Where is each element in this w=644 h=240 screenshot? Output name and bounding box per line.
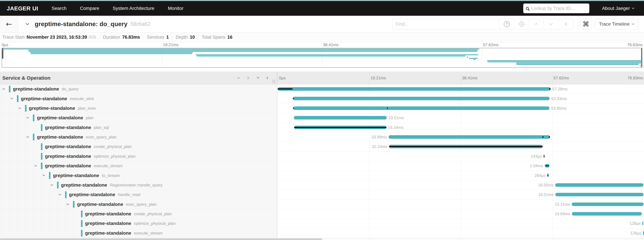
trace-minimap[interactable] [2,48,642,68]
expand-all-icon[interactable] [265,76,270,80]
span-name[interactable]: greptime-standaloneoptimize_physical_pla… [45,152,136,161]
span-service-name: greptime-standalone [45,144,91,149]
critical-path-segment [293,98,294,99]
span-row[interactable]: greptime-standaloneto_stream264μs [0,171,644,180]
find-clear-button[interactable]: × [558,19,573,29]
span-row[interactable]: greptime-standalonehandle_read18.51ms [0,190,644,200]
find-input[interactable] [392,19,499,29]
span-bar[interactable] [642,222,643,225]
span-bar[interactable] [294,116,387,120]
tree-guide-line [10,190,10,199]
span-duration-label: 143μs [531,152,542,161]
span-row[interactable]: greptime-standaloneexec_query_plan33.89m… [0,132,644,142]
nav-item-system-architecture[interactable]: System Architecture [113,6,154,11]
tree-guide-line [74,219,74,228]
nav-item-monitor[interactable]: Monitor [168,6,184,11]
help-icon: ? [504,21,510,27]
span-bar[interactable] [555,183,644,187]
span-name[interactable]: greptime-standaloneexec_query_plan [77,200,156,209]
span-name[interactable]: greptime-standaloneexecute_stmt [21,94,94,103]
minimap-right-scrubber[interactable] [641,48,642,67]
span-row[interactable]: greptime-standaloneexecute_stmt53.93ms [0,94,644,104]
collapse-all-icon[interactable] [236,76,241,80]
expand-chevron-icon[interactable] [51,183,53,186]
span-bar[interactable] [388,135,550,139]
span-row[interactable]: greptime-standaloneRegionInvoker::handle… [0,180,644,190]
span-bar[interactable] [572,212,642,216]
find-next-button[interactable] [544,19,558,29]
expand-chevron-icon[interactable] [43,173,44,176]
tree-guide-line [42,190,42,199]
span-name[interactable]: greptime-standaloneRegionInvoker::handle… [61,180,162,190]
find-prev-button[interactable] [529,19,544,29]
expand-chevron-icon[interactable] [27,116,28,119]
tree-guide-line [18,161,18,171]
span-row[interactable]: greptime-standaloneplan19.51ms [0,113,644,123]
span-row[interactable]: greptime-standalonedo_query57.28ms [0,84,644,94]
span-operation-name: optimize_physical_plan [94,154,136,159]
tree-guide-line [18,171,18,180]
focus-span-button[interactable] [514,19,529,29]
tree-guide-line [42,171,42,180]
span-bar[interactable] [278,87,550,91]
span-row[interactable]: greptime-standaloneoptimize_physical_pla… [0,152,644,161]
expand-chevron-icon[interactable] [67,202,68,205]
collapse-one-level-icon[interactable] [256,76,260,80]
back-button[interactable]: ← [0,16,18,32]
span-row[interactable]: greptime-standaloneplan_sql19.34ms [0,123,644,132]
critical-path-segment [546,165,547,166]
span-bar[interactable] [545,164,550,168]
tree-guide-line [34,180,34,190]
span-bar[interactable] [555,193,644,196]
span-row[interactable]: greptime-standaloneexec_query_plan15.11m… [0,200,644,209]
span-bar[interactable] [293,97,550,100]
span-name[interactable]: greptime-standaloneexecute_stream [45,161,122,171]
span-bar[interactable] [643,231,644,235]
span-duration-label: 14.69ms [555,209,570,219]
expand-chevron-icon[interactable] [35,164,36,167]
span-name[interactable]: greptime-standalonehandle_read [69,190,140,199]
span-name[interactable]: greptime-standaloneexecute_stream [85,229,162,238]
find-help-button[interactable]: ? [499,19,514,29]
jaeger-logo[interactable]: JAEGER UI [7,5,38,12]
span-name[interactable]: greptime-standalonecreate_physical_plan [85,209,172,219]
span-bar[interactable] [293,107,550,110]
span-name[interactable]: greptime-standaloneplan_sql [45,123,109,132]
span-row[interactable]: greptime-standaloneexecute_stream1.04ms [0,161,644,171]
collapse-trace-header-chevron[interactable] [26,22,29,25]
keyboard-shortcuts-button[interactable]: ⌘ [580,19,592,29]
expand-chevron-icon[interactable] [11,97,12,100]
tree-guide-line [34,142,34,151]
span-name[interactable]: greptime-standalonecreate_physical_plan [45,142,132,151]
span-row[interactable]: greptime-standaloneexecute_stream126μs [0,229,644,238]
tree-guide-line [58,229,58,238]
expand-one-level-icon[interactable] [246,76,250,80]
span-row[interactable]: greptime-standaloneplan_exec53.85ms [0,104,644,113]
nav-item-compare[interactable]: Compare [80,6,99,11]
minimap-left-scrubber[interactable] [2,48,3,59]
trace-id-lookup-input[interactable] [531,6,587,11]
expand-chevron-icon[interactable] [3,87,4,90]
span-row[interactable]: greptime-standalonecreate_physical_plan1… [0,209,644,219]
minimap-span-bar [488,61,642,62]
trace-view-selector-label: Trace Timeline [599,21,630,27]
trace-view-selector[interactable]: Trace Timeline [595,19,638,29]
column-resize-handle[interactable] [273,80,275,84]
span-name[interactable]: greptime-standaloneoptimize_physical_pla… [85,219,176,228]
span-name[interactable]: greptime-standaloneto_stream [53,171,120,180]
expand-chevron-icon[interactable] [59,193,61,196]
horizontal-scrollbar-thumb[interactable] [0,239,322,240]
expand-chevron-icon[interactable] [27,135,28,138]
expand-chevron-icon[interactable] [19,106,21,109]
span-operation-name: exec_query_plan [86,135,116,139]
span-name[interactable]: greptime-standaloneplan [37,113,94,122]
span-name[interactable]: greptime-standaloneexec_query_plan [37,132,116,142]
about-jaeger-menu[interactable]: About Jaeger [602,6,634,11]
span-bar[interactable] [572,203,644,206]
tree-guide-line [34,123,34,132]
nav-item-search[interactable]: Search [52,6,66,11]
span-name[interactable]: greptime-standaloneplan_exec [29,104,96,113]
span-row[interactable]: greptime-standaloneoptimize_physical_pla… [0,219,644,228]
span-row[interactable]: greptime-standalonecreate_physical_plan3… [0,142,644,151]
span-name[interactable]: greptime-standalonedo_query [13,84,78,94]
